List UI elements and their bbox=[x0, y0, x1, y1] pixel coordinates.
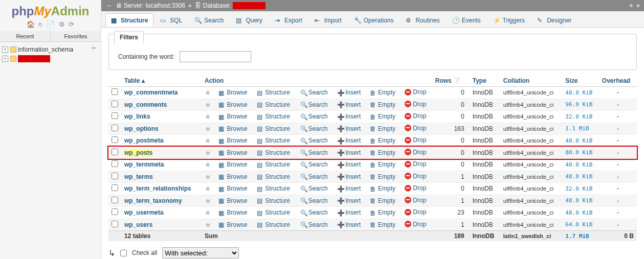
drop-action[interactable]: Drop bbox=[405, 173, 426, 180]
favorite-icon[interactable]: ★ bbox=[205, 221, 211, 229]
insert-action[interactable]: ➕Insert bbox=[337, 221, 361, 228]
insert-action[interactable]: ➕Insert bbox=[337, 149, 361, 156]
favorite-icon[interactable]: ★ bbox=[205, 160, 211, 169]
tab-designer[interactable]: ✎Designer bbox=[531, 13, 577, 27]
row-checkbox[interactable] bbox=[112, 136, 118, 143]
row-checkbox[interactable] bbox=[112, 125, 118, 131]
row-checkbox[interactable] bbox=[112, 101, 118, 107]
search-action[interactable]: 🔍Search bbox=[300, 149, 328, 156]
table-name-link[interactable]: wp_postmeta bbox=[124, 137, 164, 144]
browse-action[interactable]: ▦Browse bbox=[218, 185, 247, 192]
favorite-icon[interactable]: ★ bbox=[205, 149, 211, 157]
row-checkbox[interactable] bbox=[112, 221, 118, 227]
tab-search[interactable]: 🔍Search bbox=[189, 13, 229, 27]
table-name-link[interactable]: wp_commentmeta bbox=[124, 89, 178, 96]
insert-action[interactable]: ➕Insert bbox=[337, 89, 361, 96]
favorite-icon[interactable]: ★ bbox=[205, 184, 211, 193]
structure-action[interactable]: ▤Structure bbox=[257, 149, 290, 156]
search-action[interactable]: 🔍Search bbox=[300, 173, 328, 180]
insert-action[interactable]: ➕Insert bbox=[337, 173, 361, 180]
col-overhead[interactable]: Overhead bbox=[599, 75, 637, 87]
search-action[interactable]: 🔍Search bbox=[300, 89, 328, 96]
browse-action[interactable]: ▦Browse bbox=[218, 149, 247, 156]
row-checkbox[interactable] bbox=[112, 173, 118, 179]
col-size[interactable]: Size bbox=[562, 75, 598, 87]
browse-action[interactable]: ▦Browse bbox=[218, 113, 247, 120]
col-type[interactable]: Type bbox=[470, 75, 500, 87]
search-action[interactable]: 🔍Search bbox=[300, 101, 328, 108]
row-checkbox[interactable] bbox=[112, 184, 118, 191]
empty-action[interactable]: 🗑Empty bbox=[370, 173, 395, 180]
favorite-icon[interactable]: ★ bbox=[205, 197, 211, 205]
empty-action[interactable]: 🗑Empty bbox=[370, 149, 395, 156]
tab-query[interactable]: ▤Query bbox=[230, 13, 268, 27]
row-checkbox[interactable] bbox=[112, 197, 118, 203]
col-rows[interactable]: Rows ❔ bbox=[432, 75, 470, 87]
search-action[interactable]: 🔍Search bbox=[300, 137, 328, 144]
page-settings-icon[interactable]: ✦ ▾ bbox=[628, 2, 640, 10]
insert-action[interactable]: ➕Insert bbox=[337, 161, 361, 168]
structure-action[interactable]: ▤Structure bbox=[257, 137, 290, 144]
drop-action[interactable]: Drop bbox=[405, 160, 426, 168]
check-all-label[interactable]: Check all bbox=[132, 249, 157, 256]
drop-action[interactable]: Drop bbox=[405, 136, 426, 144]
search-action[interactable]: 🔍Search bbox=[300, 197, 328, 204]
insert-action[interactable]: ➕Insert bbox=[337, 137, 361, 144]
empty-action[interactable]: 🗑Empty bbox=[370, 101, 395, 108]
structure-action[interactable]: ▤Structure bbox=[257, 197, 290, 204]
browse-action[interactable]: ▦Browse bbox=[218, 209, 247, 216]
with-selected-select[interactable]: With selected: bbox=[162, 247, 239, 258]
table-name-link[interactable]: wp_options bbox=[124, 125, 159, 132]
insert-action[interactable]: ➕Insert bbox=[337, 197, 361, 204]
drop-action[interactable]: Drop bbox=[405, 149, 426, 156]
structure-action[interactable]: ▤Structure bbox=[257, 221, 290, 228]
empty-action[interactable]: 🗑Empty bbox=[370, 185, 395, 192]
tab-sql[interactable]: ▭SQL bbox=[154, 13, 188, 27]
structure-action[interactable]: ▤Structure bbox=[257, 185, 290, 192]
favorite-icon[interactable]: ★ bbox=[205, 101, 211, 109]
drop-action[interactable]: Drop bbox=[405, 184, 426, 192]
expand-icon[interactable]: + bbox=[2, 46, 8, 53]
browse-action[interactable]: ▦Browse bbox=[218, 101, 247, 108]
empty-action[interactable]: 🗑Empty bbox=[370, 161, 395, 168]
search-action[interactable]: 🔍Search bbox=[300, 185, 328, 192]
table-name-link[interactable]: wp_term_taxonomy bbox=[124, 197, 182, 204]
table-name-link[interactable]: wp_usermeta bbox=[124, 209, 164, 216]
docs-icon[interactable]: 📄 bbox=[47, 20, 55, 28]
tab-export[interactable]: ⇥Export bbox=[269, 13, 308, 27]
browse-action[interactable]: ▦Browse bbox=[218, 173, 247, 180]
tab-structure[interactable]: ▦Structure bbox=[105, 13, 153, 27]
browse-action[interactable]: ▦Browse bbox=[218, 137, 247, 144]
insert-action[interactable]: ➕Insert bbox=[337, 185, 361, 192]
tab-routines[interactable]: ⚙Routines bbox=[400, 13, 445, 27]
insert-action[interactable]: ➕Insert bbox=[337, 125, 361, 132]
structure-action[interactable]: ▤Structure bbox=[257, 101, 290, 108]
row-checkbox[interactable] bbox=[112, 160, 118, 167]
collapse-icon[interactable]: ⇔ bbox=[92, 45, 96, 51]
empty-action[interactable]: 🗑Empty bbox=[370, 221, 395, 228]
row-checkbox[interactable] bbox=[112, 149, 118, 155]
breadcrumb-server[interactable]: 🖥 Server: localhost:3306 bbox=[116, 2, 185, 9]
settings-icon[interactable]: ⚙ bbox=[59, 20, 65, 28]
drop-action[interactable]: Drop bbox=[405, 221, 426, 228]
reload-icon[interactable]: ⟳ bbox=[69, 20, 74, 28]
empty-action[interactable]: 🗑Empty bbox=[370, 113, 395, 120]
browse-action[interactable]: ▦Browse bbox=[218, 161, 247, 168]
tab-operations[interactable]: 🔧Operations bbox=[348, 13, 399, 27]
drop-action[interactable]: Drop bbox=[405, 112, 426, 120]
structure-action[interactable]: ▤Structure bbox=[257, 173, 290, 180]
expand-icon[interactable]: + bbox=[2, 56, 8, 62]
table-name-link[interactable]: wp_termmeta bbox=[124, 161, 164, 168]
search-action[interactable]: 🔍Search bbox=[300, 125, 328, 132]
browse-action[interactable]: ▦Browse bbox=[218, 125, 247, 132]
empty-action[interactable]: 🗑Empty bbox=[370, 137, 395, 144]
home-icon[interactable]: 🏠 bbox=[27, 20, 35, 28]
empty-action[interactable]: 🗑Empty bbox=[370, 197, 395, 204]
table-name-link[interactable]: wp_terms bbox=[124, 173, 153, 180]
favorite-icon[interactable]: ★ bbox=[205, 173, 211, 181]
browse-action[interactable]: ▦Browse bbox=[218, 221, 247, 228]
browse-action[interactable]: ▦Browse bbox=[218, 89, 247, 96]
tab-import[interactable]: ⇤Import bbox=[309, 13, 347, 27]
empty-action[interactable]: 🗑Empty bbox=[370, 89, 395, 96]
favorite-icon[interactable]: ★ bbox=[205, 136, 211, 145]
